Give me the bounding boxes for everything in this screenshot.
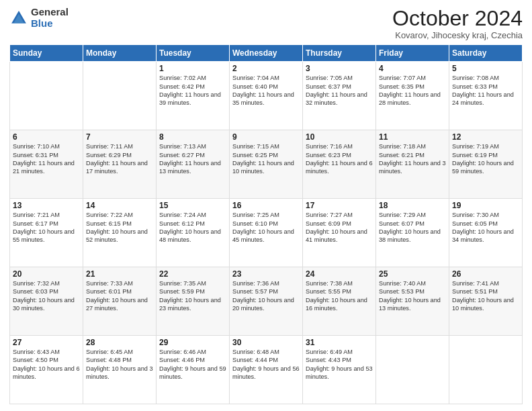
day-header-sunday: Sunday [10, 45, 83, 62]
calendar-cell: 23Sunrise: 7:36 AM Sunset: 5:57 PM Dayli… [230, 267, 303, 336]
calendar-cell [83, 62, 157, 130]
calendar-cell: 19Sunrise: 7:30 AM Sunset: 6:05 PM Dayli… [449, 199, 523, 267]
cell-text: Sunrise: 7:13 AM Sunset: 6:27 PM Dayligh… [159, 142, 226, 176]
day-number: 26 [452, 269, 519, 279]
cell-text: Sunrise: 7:19 AM Sunset: 6:19 PM Dayligh… [452, 142, 519, 176]
day-number: 12 [452, 132, 519, 142]
calendar-cell [10, 62, 83, 130]
cell-text: Sunrise: 7:04 AM Sunset: 6:40 PM Dayligh… [232, 74, 300, 107]
day-header-friday: Friday [376, 45, 449, 62]
day-number: 29 [159, 338, 226, 347]
day-number: 11 [379, 132, 446, 142]
header: General Blue October 2024 Kovarov, Jihoc… [9, 7, 523, 40]
cell-text: Sunrise: 6:46 AM Sunset: 4:46 PM Dayligh… [159, 348, 226, 381]
day-number: 10 [306, 132, 373, 142]
calendar-cell [376, 336, 449, 404]
calendar-cell: 15Sunrise: 7:24 AM Sunset: 6:12 PM Dayli… [157, 199, 230, 267]
cell-text: Sunrise: 7:24 AM Sunset: 6:12 PM Dayligh… [159, 211, 226, 244]
week-row-0: 1Sunrise: 7:02 AM Sunset: 6:42 PM Daylig… [10, 62, 523, 130]
logo-text: General Blue [31, 7, 69, 29]
day-header-monday: Monday [83, 45, 157, 62]
calendar-cell: 9Sunrise: 7:15 AM Sunset: 6:25 PM Daylig… [230, 130, 303, 199]
calendar-cell: 20Sunrise: 7:32 AM Sunset: 6:03 PM Dayli… [10, 267, 83, 336]
day-number: 19 [452, 201, 519, 210]
day-number: 31 [306, 338, 373, 347]
logo-blue-text: Blue [31, 18, 69, 30]
cell-text: Sunrise: 7:05 AM Sunset: 6:37 PM Dayligh… [306, 74, 373, 107]
cell-text: Sunrise: 7:10 AM Sunset: 6:31 PM Dayligh… [13, 142, 80, 176]
location: Kovarov, Jihocesky kraj, Czechia [392, 30, 523, 40]
calendar-cell: 31Sunrise: 6:49 AM Sunset: 4:43 PM Dayli… [303, 336, 376, 404]
day-number: 8 [159, 132, 226, 142]
cell-text: Sunrise: 7:30 AM Sunset: 6:05 PM Dayligh… [452, 211, 519, 244]
day-number: 18 [379, 201, 446, 210]
calendar-cell: 28Sunrise: 6:45 AM Sunset: 4:48 PM Dayli… [83, 336, 157, 404]
calendar-cell: 30Sunrise: 6:48 AM Sunset: 4:44 PM Dayli… [230, 336, 303, 404]
calendar-cell: 6Sunrise: 7:10 AM Sunset: 6:31 PM Daylig… [10, 130, 83, 199]
cell-text: Sunrise: 7:11 AM Sunset: 6:29 PM Dayligh… [86, 142, 153, 176]
calendar-cell: 10Sunrise: 7:16 AM Sunset: 6:23 PM Dayli… [303, 130, 376, 199]
calendar-cell: 7Sunrise: 7:11 AM Sunset: 6:29 PM Daylig… [83, 130, 157, 199]
cell-text: Sunrise: 6:48 AM Sunset: 4:44 PM Dayligh… [232, 348, 300, 381]
day-number: 17 [306, 201, 373, 210]
calendar-cell: 26Sunrise: 7:41 AM Sunset: 5:51 PM Dayli… [449, 267, 523, 336]
day-header-wednesday: Wednesday [230, 45, 303, 62]
cell-text: Sunrise: 6:45 AM Sunset: 4:48 PM Dayligh… [86, 348, 153, 381]
calendar-cell: 29Sunrise: 6:46 AM Sunset: 4:46 PM Dayli… [157, 336, 230, 404]
cell-text: Sunrise: 7:32 AM Sunset: 6:03 PM Dayligh… [13, 279, 80, 313]
cell-text: Sunrise: 7:08 AM Sunset: 6:33 PM Dayligh… [452, 74, 519, 107]
week-row-4: 27Sunrise: 6:43 AM Sunset: 4:50 PM Dayli… [10, 336, 523, 404]
day-header-saturday: Saturday [449, 45, 523, 62]
cell-text: Sunrise: 7:15 AM Sunset: 6:25 PM Dayligh… [232, 142, 300, 176]
calendar-cell: 11Sunrise: 7:18 AM Sunset: 6:21 PM Dayli… [376, 130, 449, 199]
calendar-cell: 16Sunrise: 7:25 AM Sunset: 6:10 PM Dayli… [230, 199, 303, 267]
calendar-cell: 13Sunrise: 7:21 AM Sunset: 6:17 PM Dayli… [10, 199, 83, 267]
cell-text: Sunrise: 7:33 AM Sunset: 6:01 PM Dayligh… [86, 279, 153, 313]
calendar: SundayMondayTuesdayWednesdayThursdayFrid… [9, 44, 523, 404]
day-number: 15 [159, 201, 226, 210]
calendar-cell: 27Sunrise: 6:43 AM Sunset: 4:50 PM Dayli… [10, 336, 83, 404]
calendar-cell: 21Sunrise: 7:33 AM Sunset: 6:01 PM Dayli… [83, 267, 157, 336]
cell-text: Sunrise: 7:27 AM Sunset: 6:09 PM Dayligh… [306, 211, 373, 244]
day-number: 14 [86, 201, 153, 210]
page: General Blue October 2024 Kovarov, Jihoc… [0, 0, 532, 411]
cell-text: Sunrise: 7:18 AM Sunset: 6:21 PM Dayligh… [379, 142, 446, 176]
cell-text: Sunrise: 7:07 AM Sunset: 6:35 PM Dayligh… [379, 74, 446, 107]
day-number: 25 [379, 269, 446, 279]
calendar-cell: 22Sunrise: 7:35 AM Sunset: 5:59 PM Dayli… [157, 267, 230, 336]
day-number: 24 [306, 269, 373, 279]
month-title: October 2024 [392, 7, 523, 30]
day-number: 21 [86, 269, 153, 279]
day-number: 28 [86, 338, 153, 347]
day-header-tuesday: Tuesday [157, 45, 230, 62]
cell-text: Sunrise: 7:38 AM Sunset: 5:55 PM Dayligh… [306, 279, 373, 313]
day-number: 13 [13, 201, 80, 210]
cell-text: Sunrise: 7:41 AM Sunset: 5:51 PM Dayligh… [452, 279, 519, 313]
cell-text: Sunrise: 7:29 AM Sunset: 6:07 PM Dayligh… [379, 211, 446, 244]
calendar-header: SundayMondayTuesdayWednesdayThursdayFrid… [10, 45, 523, 62]
cell-text: Sunrise: 7:21 AM Sunset: 6:17 PM Dayligh… [13, 211, 80, 244]
calendar-cell: 8Sunrise: 7:13 AM Sunset: 6:27 PM Daylig… [157, 130, 230, 199]
day-number: 23 [232, 269, 300, 279]
calendar-cell: 1Sunrise: 7:02 AM Sunset: 6:42 PM Daylig… [157, 62, 230, 130]
calendar-cell: 12Sunrise: 7:19 AM Sunset: 6:19 PM Dayli… [449, 130, 523, 199]
day-number: 16 [232, 201, 300, 210]
week-row-1: 6Sunrise: 7:10 AM Sunset: 6:31 PM Daylig… [10, 130, 523, 199]
calendar-cell: 4Sunrise: 7:07 AM Sunset: 6:35 PM Daylig… [376, 62, 449, 130]
cell-text: Sunrise: 7:25 AM Sunset: 6:10 PM Dayligh… [232, 211, 300, 244]
day-number: 7 [86, 132, 153, 142]
week-row-3: 20Sunrise: 7:32 AM Sunset: 6:03 PM Dayli… [10, 267, 523, 336]
day-number: 1 [159, 64, 226, 73]
calendar-cell: 18Sunrise: 7:29 AM Sunset: 6:07 PM Dayli… [376, 199, 449, 267]
calendar-cell: 24Sunrise: 7:38 AM Sunset: 5:55 PM Dayli… [303, 267, 376, 336]
day-number: 9 [232, 132, 300, 142]
calendar-cell: 25Sunrise: 7:40 AM Sunset: 5:53 PM Dayli… [376, 267, 449, 336]
calendar-cell [449, 336, 523, 404]
day-number: 6 [13, 132, 80, 142]
day-header-thursday: Thursday [303, 45, 376, 62]
cell-text: Sunrise: 7:40 AM Sunset: 5:53 PM Dayligh… [379, 279, 446, 313]
day-number: 27 [13, 338, 80, 347]
day-number: 3 [306, 64, 373, 73]
header-row: SundayMondayTuesdayWednesdayThursdayFrid… [10, 45, 523, 62]
day-number: 4 [379, 64, 446, 73]
